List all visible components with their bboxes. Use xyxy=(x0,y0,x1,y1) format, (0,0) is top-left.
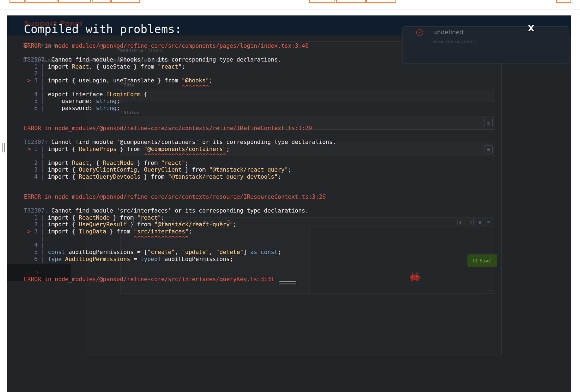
code-token: = xyxy=(130,256,141,262)
code-token: React xyxy=(72,63,89,70)
editor-toolbar-right: ◧◫◨⊞ xyxy=(457,219,492,225)
live-mode-icon[interactable]: ◫ xyxy=(467,219,474,225)
code-line: 5 | const auditLogPermissions = ["create… xyxy=(24,249,336,256)
highlighted-cell-fragment xyxy=(336,0,366,3)
code-token xyxy=(62,256,65,262)
divider xyxy=(0,9,580,9)
code-token: } from xyxy=(141,173,168,180)
pane-resize-handle[interactable] xyxy=(2,143,5,152)
code-token: 1 | xyxy=(24,63,48,70)
expand-icon-button[interactable]: ⊞ xyxy=(485,119,493,127)
code-token: ReactNode xyxy=(79,214,110,221)
toast-message: Error (status code: ) xyxy=(433,39,477,44)
code-token: 4 | xyxy=(24,91,48,98)
mascot-sticker xyxy=(409,272,421,284)
code-token: import { xyxy=(48,214,79,221)
expand-icon-button[interactable]: ⊞ xyxy=(485,145,493,153)
code-line: 2 | import { UseQueryResult } from "@tan… xyxy=(24,221,336,228)
save-icon xyxy=(473,259,477,262)
preview-mode-icon[interactable]: ◨ xyxy=(476,219,483,225)
code-token: import { xyxy=(48,166,79,173)
code-token xyxy=(257,249,261,255)
code-token: 3 | xyxy=(34,77,48,84)
code-token: "create" xyxy=(147,249,175,255)
code-token: } from xyxy=(116,146,144,152)
error-block: ERROR in node_modules/@pankod/refine-cor… xyxy=(24,194,336,263)
code-line: 1 | import { ReactNode } from "react"; xyxy=(24,214,336,221)
error-code-prefix: TS2307: xyxy=(24,139,51,145)
code-token: import { useLogin, useTranslate } from xyxy=(48,77,182,84)
error-message-text: Cannot find module '@hooks' or its corre… xyxy=(51,56,281,63)
screen: Компании Пользователя Реквизиты / Create… xyxy=(0,0,580,392)
code-token: ReactQueryDevtools xyxy=(79,173,141,180)
code-token: | xyxy=(24,84,48,91)
edit-mode-icon[interactable]: ◧ xyxy=(457,219,464,225)
code-line: 6 | type AuditLogPermissions = typeof au… xyxy=(24,256,336,263)
code-token: password: xyxy=(48,105,96,111)
error-location: ERROR in node_modules/@pankod/refine-cor… xyxy=(24,194,336,201)
code-token: 2 | xyxy=(24,221,48,228)
highlighted-cell-fragment xyxy=(58,0,91,3)
error-message-text: Cannot find module '@components/containe… xyxy=(51,139,336,145)
code-token: } from xyxy=(106,228,133,235)
highlighted-cell-fragment xyxy=(366,0,396,3)
code-token: export interface xyxy=(48,91,106,98)
code-token: "@tanstack/react-query-devtools" xyxy=(168,173,278,180)
error-message: TS2307: Cannot find module 'src/interfac… xyxy=(24,207,336,214)
code-line: 4 | import { ReactQueryDevtools } from "… xyxy=(24,173,336,181)
fullscreen-icon[interactable]: ⊞ xyxy=(485,219,492,225)
code-line: 2 | import React, { ReactNode } from "re… xyxy=(24,160,336,167)
code-token: ; xyxy=(116,105,120,111)
code-token: , xyxy=(209,249,216,255)
code-token: 1 | xyxy=(24,214,48,221)
code-token: | xyxy=(24,153,48,159)
error-list: ERROR in node_modules/@pankod/refine-cor… xyxy=(24,43,336,296)
save-button[interactable]: Save xyxy=(467,254,497,267)
code-line: 5 | username: string; xyxy=(24,98,336,105)
error-location: ERROR in node_modules/@pankod/refine-cor… xyxy=(24,125,336,132)
code-token: ILogData xyxy=(79,228,106,235)
code-token: React xyxy=(72,160,89,166)
code-token: "react" xyxy=(158,63,182,70)
highlighted-cell-fragment xyxy=(92,0,111,3)
code-token: } from xyxy=(127,221,154,228)
code-token: string xyxy=(96,105,117,111)
code-token: ReactNode xyxy=(103,160,134,166)
editor-preview: ··· xyxy=(310,227,495,293)
error-code-prefix: TS2307: xyxy=(24,56,51,63)
code-token: "react" xyxy=(161,160,185,166)
code-token: auditLogPermissions = [ xyxy=(65,249,147,255)
highlighted-cell-fragment xyxy=(309,0,335,3)
save-button-label: Save xyxy=(479,258,491,264)
code-token: ^^^^^^^^ xyxy=(48,84,209,91)
code-token: QueryClientConfig xyxy=(79,166,137,173)
preview-resize-handle[interactable] xyxy=(279,281,296,286)
code-line: > 3 | import { useLogin, useTranslate } … xyxy=(24,77,336,84)
code-token: ; xyxy=(161,214,165,221)
overlay-title: Compiled with problems: xyxy=(24,23,182,36)
code-line: | ^^^^^^^^^^^^^^^^^^^^^^^^ xyxy=(24,153,336,160)
code-token: import xyxy=(48,63,72,70)
code-line: > 1 | import { RefineProps } from "@comp… xyxy=(24,146,336,153)
code-token: "@components/containers" xyxy=(144,146,226,152)
code-token: "src/interfaces" xyxy=(134,228,189,235)
error-circle-icon: × xyxy=(416,29,423,36)
code-token: as xyxy=(250,249,257,255)
code-token: import { xyxy=(48,173,79,180)
error-message-text: Cannot find module 'src/interfaces' or i… xyxy=(51,207,308,214)
editor-resize-corner[interactable]: ··· xyxy=(487,288,493,293)
code-line: | ^^^^^^^^ xyxy=(24,84,336,91)
code-token: > xyxy=(24,228,34,235)
highlighted-cell-fragment xyxy=(556,0,571,3)
code-token: UseQueryResult xyxy=(79,221,127,228)
code-token: "@hooks" xyxy=(182,77,209,84)
code-line: 2 | xyxy=(24,70,336,77)
code-token: 6 | xyxy=(24,256,48,262)
code-token: const xyxy=(260,249,278,255)
code-token: } from xyxy=(182,166,209,173)
error-toast: × undefined Error (status code: ) xyxy=(402,26,569,64)
code-token: ; xyxy=(209,77,213,84)
code-token: ; xyxy=(278,249,281,255)
overlay-close-button[interactable]: X xyxy=(528,24,534,33)
code-token: const xyxy=(48,249,65,255)
